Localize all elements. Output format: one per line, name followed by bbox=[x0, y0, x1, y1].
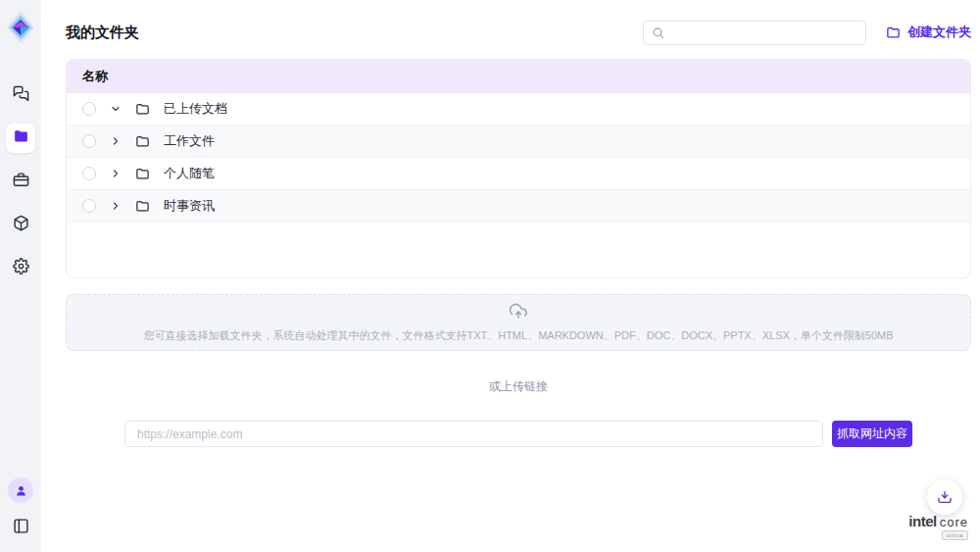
ultra-badge: ultra bbox=[942, 530, 968, 540]
chevron-icon[interactable] bbox=[110, 168, 122, 179]
download-fab-button[interactable] bbox=[927, 479, 962, 515]
topbar: 我的文件夹 创建文件夹 bbox=[66, 18, 971, 47]
chat-icon bbox=[13, 85, 29, 106]
upload-dropzone[interactable]: 您可直接选择加载文件夹，系统自动处理其中的文件，文件格式支持TXT、HTML、M… bbox=[66, 294, 971, 351]
folder-icon bbox=[135, 102, 150, 117]
collapse-sidebar-button[interactable] bbox=[6, 513, 35, 542]
cloud-upload-icon bbox=[507, 302, 530, 326]
folder-row-label: 个人随笔 bbox=[164, 165, 215, 182]
folder-table: 名称 已上传文档 bbox=[66, 59, 971, 278]
chevron-icon[interactable] bbox=[110, 103, 122, 115]
row-checkbox[interactable] bbox=[82, 199, 96, 213]
row-checkbox[interactable] bbox=[82, 167, 96, 180]
folder-rows: 已上传文档 工作文件 bbox=[67, 93, 970, 223]
page-title: 我的文件夹 bbox=[66, 24, 139, 42]
folder-row[interactable]: 工作文件 bbox=[67, 125, 970, 158]
core-word: core bbox=[940, 516, 968, 528]
folder-plus-icon bbox=[886, 25, 901, 40]
briefcase-icon bbox=[13, 172, 29, 192]
sidebar-bottom bbox=[6, 477, 35, 542]
or-upload-link-label: 或上传链接 bbox=[66, 378, 971, 395]
sidebar-nav bbox=[6, 80, 35, 282]
folder-icon bbox=[135, 199, 150, 214]
sidebar-item-workspace[interactable] bbox=[6, 167, 35, 196]
row-checkbox[interactable] bbox=[82, 134, 96, 148]
fetch-url-button[interactable]: 抓取网址内容 bbox=[832, 421, 912, 447]
row-checkbox[interactable] bbox=[82, 102, 96, 116]
url-bar: 抓取网址内容 bbox=[124, 421, 912, 447]
folder-icon bbox=[135, 167, 150, 181]
app-logo-icon bbox=[4, 8, 37, 47]
url-input[interactable] bbox=[124, 421, 823, 447]
upload-hint-text: 您可直接选择加载文件夹，系统自动处理其中的文件，文件格式支持TXT、HTML、M… bbox=[143, 328, 893, 343]
folder-row-label: 时事资讯 bbox=[164, 197, 215, 215]
search-box[interactable] bbox=[643, 21, 866, 45]
intel-word: intel bbox=[908, 514, 936, 528]
sidebar-item-folders[interactable] bbox=[6, 124, 35, 153]
folder-filled-icon bbox=[13, 128, 29, 149]
chevron-icon[interactable] bbox=[110, 200, 122, 212]
folder-row-label: 工作文件 bbox=[164, 132, 215, 150]
folder-row[interactable]: 个人随笔 bbox=[67, 158, 970, 190]
folder-row-label: 已上传文档 bbox=[164, 100, 227, 118]
create-folder-label: 创建文件夹 bbox=[907, 24, 971, 41]
sidebar-item-chat[interactable] bbox=[6, 80, 35, 110]
folder-icon bbox=[135, 134, 150, 149]
download-icon bbox=[937, 489, 953, 505]
panel-layout-icon bbox=[13, 518, 29, 538]
folder-row[interactable]: 已上传文档 bbox=[67, 93, 970, 125]
main-content: 我的文件夹 创建文件夹 名称 bbox=[41, 0, 980, 552]
avatar[interactable] bbox=[8, 477, 33, 503]
chevron-icon[interactable] bbox=[110, 135, 122, 147]
sidebar-item-settings[interactable] bbox=[6, 253, 35, 282]
gear-icon bbox=[13, 258, 29, 278]
sidebar bbox=[0, 0, 41, 552]
intel-core-logo: intel core ultra bbox=[908, 514, 968, 540]
sidebar-item-apps[interactable] bbox=[6, 210, 35, 239]
user-icon bbox=[15, 484, 27, 497]
create-folder-button[interactable]: 创建文件夹 bbox=[886, 24, 971, 41]
search-icon bbox=[652, 26, 664, 39]
name-column-header: 名称 bbox=[82, 68, 108, 85]
table-header-row: 名称 bbox=[67, 60, 970, 93]
folder-row[interactable]: 时事资讯 bbox=[67, 190, 970, 223]
search-input[interactable] bbox=[670, 25, 858, 39]
cube-icon bbox=[13, 215, 29, 235]
